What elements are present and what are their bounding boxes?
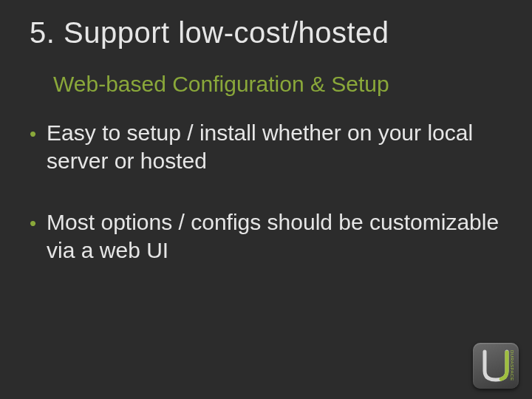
bullet-item: • Most options / configs should be custo…: [30, 208, 502, 264]
logo-side-text: DURASPACE: [508, 349, 516, 383]
logo-glyph-icon: [480, 349, 511, 383]
slide-subtitle: Web-based Configuration & Setup: [0, 50, 532, 97]
bullet-text: Most options / configs should be customi…: [47, 208, 502, 264]
slide: 5. Support low-cost/hosted Web-based Con…: [0, 0, 532, 399]
bullet-dot-icon: •: [30, 211, 36, 236]
bullet-dot-icon: •: [30, 122, 36, 146]
bullet-list: • Easy to setup / install whether on you…: [0, 97, 532, 264]
slide-title: 5. Support low-cost/hosted: [0, 0, 532, 50]
bullet-text: Easy to setup / install whether on your …: [47, 119, 502, 174]
duraspace-logo: DURASPACE: [473, 343, 519, 389]
bullet-item: • Easy to setup / install whether on you…: [30, 119, 502, 174]
